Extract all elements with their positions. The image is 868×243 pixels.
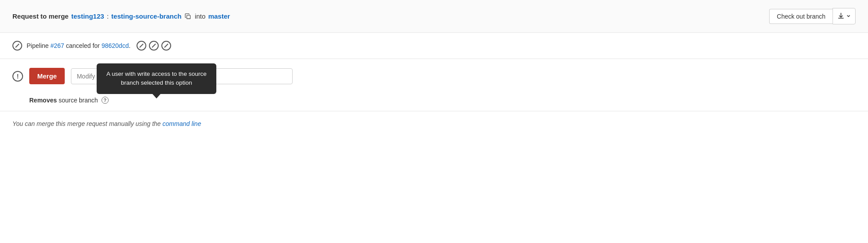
svg-line-3 [152,44,156,47]
removes-text: Removes source branch [29,97,98,104]
merge-button[interactable]: Merge [29,68,65,84]
svg-line-1 [16,44,19,47]
warning-icon: ! [12,71,23,82]
download-icon [837,12,845,20]
status-icon-2 [149,41,159,51]
status-icon-1 [137,41,146,51]
header-section: Request to merge testing123:testing-sour… [0,0,868,33]
pipeline-canceled-text: canceled for [66,42,102,49]
removes-rest: source branch [57,97,98,104]
colon-separator: : [107,12,109,20]
source-branch-link[interactable]: testing-source-branch [111,12,181,20]
header-actions: Check out branch [769,8,856,24]
tooltip: A user with write access to the source b… [97,63,216,94]
tooltip-text: A user with write access to the source b… [106,71,207,86]
pipeline-label: Pipeline [27,42,49,49]
status-icon-3 [161,41,171,51]
help-icon[interactable]: ? [102,97,109,104]
merge-row: ! Merge A user with write access to the … [12,68,856,84]
copy-icon[interactable] [185,13,191,20]
svg-line-2 [140,44,143,47]
command-line-link[interactable]: command line [163,120,201,127]
into-text: into [195,12,205,20]
svg-rect-0 [187,15,191,19]
merge-request-title: Request to merge testing123:testing-sour… [12,12,230,20]
pipeline-status-icons [137,41,171,51]
pipeline-canceled-icon [12,41,22,51]
merge-section: ! Merge A user with write access to the … [0,59,868,111]
pipeline-commit-link[interactable]: 98620dcd [102,42,129,49]
removes-source-branch-row: Removes source branch ? [12,97,856,104]
chevron-down-icon [846,13,851,20]
bottom-section: You can merge this merge request manuall… [0,111,868,136]
pipeline-number-link[interactable]: #267 [51,42,64,49]
svg-line-4 [164,44,168,47]
bottom-text: You can merge this merge request manuall… [12,120,856,127]
check-out-branch-button[interactable]: Check out branch [769,9,833,24]
pipeline-section: Pipeline #267 canceled for 98620dcd. [0,33,868,59]
request-to-merge-label: Request to merge [12,12,69,20]
bottom-text-before: You can merge this merge request manuall… [12,120,161,127]
checkout-dropdown-button[interactable] [833,8,856,24]
page-container: Request to merge testing123:testing-sour… [0,0,868,243]
pipeline-text: Pipeline #267 canceled for 98620dcd. [27,42,130,49]
removes-bold: Removes [29,97,57,104]
target-branch-link[interactable]: master [208,12,230,20]
source-user-link[interactable]: testing123 [71,12,104,20]
